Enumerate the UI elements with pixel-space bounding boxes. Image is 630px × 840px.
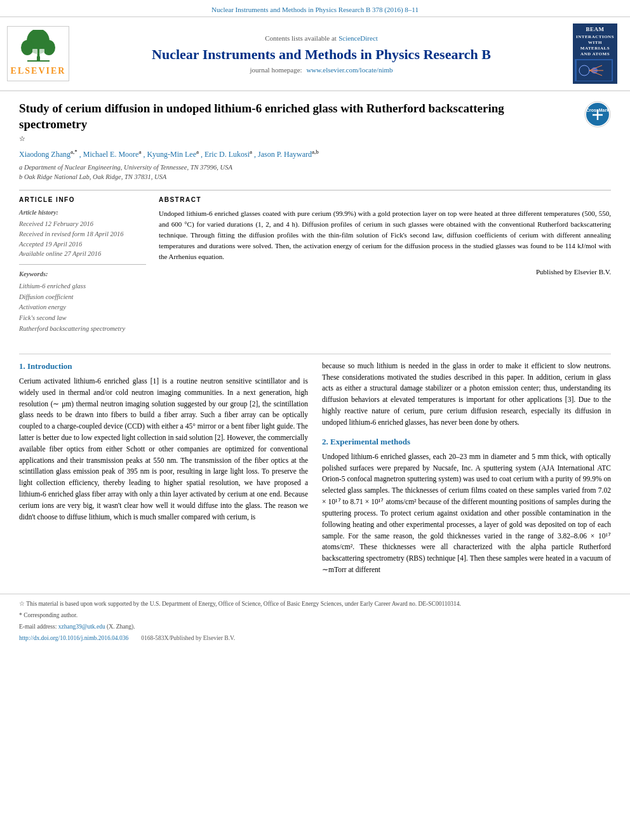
affil-sup-ab: a,b [312,149,319,155]
affiliations-block: a Department of Nuclear Engineering, Uni… [19,163,611,183]
thumb-image [575,59,613,81]
affil-sup-a2: a [138,149,141,155]
svg-point-3 [21,40,34,55]
article-title-row: Study of cerium diffusion in undoped lit… [19,101,611,144]
journal-thumbnail: BEAM INTERACTIONS WITH MATERIALS AND ATO… [573,23,617,84]
crossmark-logo[interactable]: CrossMark [584,101,611,128]
affil-a: a Department of Nuclear Engineering, Uni… [19,163,611,173]
footer-area: ☆ This material is based upon work suppo… [0,594,630,646]
star-note: ☆ [19,135,25,142]
footnote-email-label: E-mail address: [19,623,58,630]
elsevier-logo-block: ELSEVIER [6,26,70,81]
affil-b: b Oak Ridge National Lab, Oak Ridge, TN … [19,172,611,182]
abstract-label: ABSTRACT [159,196,611,204]
contents-available: Contents lists available at ScienceDirec… [76,32,566,44]
elsevier-tree-svg [15,30,62,63]
abstract-col: ABSTRACT Undoped lithium-6 enriched glas… [159,196,611,335]
journal-center: Contents lists available at ScienceDirec… [76,32,566,76]
thumb-line-5: AND ATOMS [575,51,615,57]
abstract-text: Undoped lithium-6 enriched glasses coate… [159,208,611,262]
two-col-body: 1. Introduction Cerium activated lithium… [19,361,611,576]
authors-line: Xiaodong Zhanga,* , Michael E. Moorea , … [19,148,611,160]
accepted-date: Accepted 19 April 2016 [19,239,146,250]
author-lee: Kyung-Min Lee [147,150,196,159]
article-info-label: ARTICLE INFO [19,196,146,204]
body-left-col: 1. Introduction Cerium activated lithium… [19,361,308,576]
available-date: Available online 27 April 2016 [19,249,146,259]
thumb-line-1: BEAM [575,26,615,34]
journal-header: ELSEVIER Contents lists available at Sci… [0,17,630,91]
received-date: Received 12 February 2016 [19,219,146,229]
author-xiaodong: Xiaodong Zhang [19,150,70,159]
footnote-3: E-mail address: xzhang39@utk.edu (X. Zha… [19,622,611,631]
page: Nuclear Instruments and Methods in Physi… [0,0,630,840]
divider-1 [19,190,611,190]
svg-rect-5 [32,49,37,57]
author-lukosi: Eric D. Lukosi [204,150,250,159]
elsevier-wordmark: ELSEVIER [11,65,66,77]
footnote-email-link[interactable]: xzhang39@utk.edu [58,623,105,630]
elsevier-logo-box: ELSEVIER [7,26,70,81]
keyword-2: Diffusion coefficient [19,292,146,303]
journal-title: Nuclear Instruments and Methods in Physi… [76,46,566,63]
keyword-1: Lithium-6 enriched glass [19,281,146,292]
crossmark-svg: CrossMark [584,101,611,128]
keyword-4: Fick's second law [19,313,146,324]
affil-sup-a1: a,* [70,149,77,155]
footnote-1: ☆ This material is based upon work suppo… [19,599,611,608]
footer-links: http://dx.doi.org/10.1016/j.nimb.2016.04… [19,634,611,643]
svg-rect-1 [27,60,50,62]
journal-reference: Nuclear Instruments and Methods in Physi… [211,6,419,13]
issn-copyright: 0168-583X/Published by Elsevier B.V. [141,634,235,643]
affil-sup-a4: a [250,149,252,155]
exp-methods-text: Undoped lithium-6 enriched glasses, each… [322,451,611,576]
exp-methods-heading: 2. Experimental methods [322,436,611,448]
intro-col1-text: Cerium activated lithium-6 enriched glas… [19,376,308,523]
article-info-abstract: ARTICLE INFO Article history: Received 1… [19,196,611,335]
history-label: Article history: [19,208,146,217]
doi-link[interactable]: http://dx.doi.org/10.1016/j.nimb.2016.04… [19,634,128,643]
published-by: Published by Elsevier B.V. [159,267,611,277]
affil-sup-a3: a [196,149,199,155]
keywords-label: Keywords: [19,270,146,279]
article-info-col: ARTICLE INFO Article history: Received 1… [19,196,146,335]
article-title: Study of cerium diffusion in undoped lit… [19,101,575,132]
intro-heading: 1. Introduction [19,361,308,372]
body-content: 1. Introduction Cerium activated lithium… [0,354,630,589]
intro-col2-text: because so much lithium is needed in the… [322,361,611,429]
kw-divider [19,264,146,265]
keyword-5: Rutherford backscattering spectrometry [19,324,146,335]
footnote-2: * Corresponding author. [19,611,611,620]
homepage-label: journal homepage: [250,66,302,74]
keyword-3: Activation energy [19,302,146,313]
thumb-line-2: INTERACTIONS [575,34,615,40]
author-hayward: Jason P. Hayward [258,150,312,159]
thumb-line-3: WITH [575,40,615,46]
top-banner: Nuclear Instruments and Methods in Physi… [0,0,630,17]
footnote-email-author: (X. Zhang). [107,623,135,630]
thumb-line-4: MATERIALS [575,46,615,51]
body-divider [19,354,611,354]
author-moore: Michael E. Moore [83,150,139,159]
received-revised-date: Received in revised form 18 April 2016 [19,229,146,239]
thumb-graphic [577,60,612,81]
article-area: Study of cerium diffusion in undoped lit… [0,91,630,347]
article-title-block: Study of cerium diffusion in undoped lit… [19,101,575,144]
contents-text: Contents lists available at [265,34,337,42]
sciencedirect-link[interactable]: ScienceDirect [338,34,378,42]
body-right-col: because so much lithium is needed in the… [322,361,611,576]
svg-rect-6 [39,49,44,57]
homepage-url[interactable]: www.elsevier.com/locate/nimb [306,66,392,74]
homepage-line: journal homepage: www.elsevier.com/locat… [76,65,566,75]
